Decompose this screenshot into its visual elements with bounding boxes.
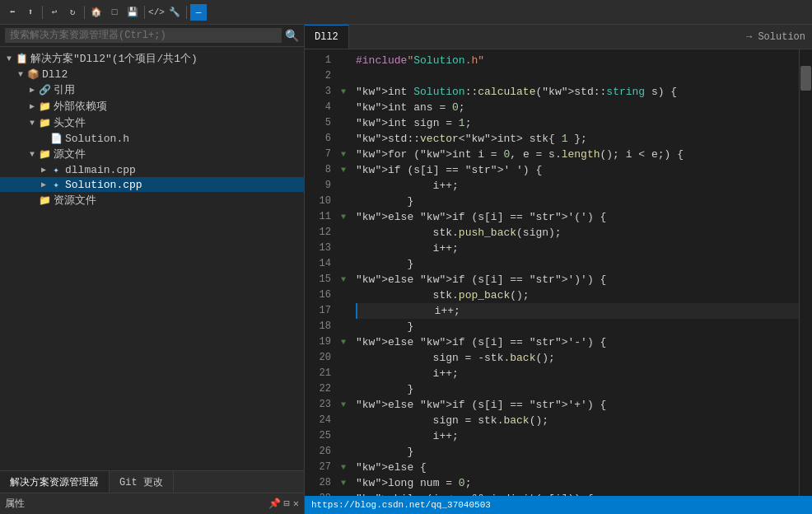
toolbar-btn-back[interactable]: ⬅ — [4, 4, 21, 21]
code-line[interactable]: i++; — [356, 428, 799, 444]
line-number: 4 — [315, 100, 331, 115]
fold-marker[interactable]: ▼ — [338, 334, 349, 350]
line-number: 24 — [315, 413, 331, 428]
code-line[interactable]: "kw">if (s[i] == "str">' ') { — [356, 162, 799, 178]
code-line[interactable]: "kw">else { — [356, 460, 799, 475]
fold-marker[interactable]: ▼ — [338, 272, 349, 287]
tree-item-refs[interactable]: ▶ 🔗 引用 — [0, 82, 304, 98]
code-line[interactable]: } — [356, 444, 799, 460]
code-line[interactable]: i++; — [356, 241, 799, 256]
tree-label-solution-cpp: Solution.cpp — [65, 179, 142, 191]
tree-arrow-dll2: ▼ — [15, 70, 26, 79]
tree-item-headers[interactable]: ▼ 📁 头文件 — [0, 114, 304, 131]
code-line[interactable]: } — [356, 319, 799, 334]
line-number: 14 — [315, 256, 331, 272]
line-number: 3 — [315, 84, 331, 100]
code-line[interactable]: } — [356, 381, 799, 397]
code-line[interactable]: #include"Solution.h" — [356, 53, 799, 68]
line-number: 23 — [315, 397, 331, 413]
toolbar-btn-save[interactable]: 💾 — [124, 4, 141, 21]
line-number: 15 — [315, 272, 331, 287]
code-line[interactable]: "kw">int sign = 1; — [356, 115, 799, 131]
code-container[interactable]: 1234567891011121314151617181920212223242… — [305, 49, 812, 496]
code-line[interactable]: } — [356, 194, 799, 209]
toolbar-btn-undo[interactable]: ↩ — [46, 4, 63, 21]
tree-item-dll2[interactable]: ▼ 📦 Dll2 — [0, 67, 304, 82]
toolbar-btn-home[interactable]: 🏠 — [88, 4, 105, 21]
toolbar-btn-settings[interactable]: 🔧 — [166, 4, 183, 21]
code-line[interactable]: stk.push_back(sign); — [356, 225, 799, 241]
pin2-icon[interactable]: ⊟ — [284, 498, 290, 510]
line-number: 25 — [315, 428, 331, 444]
code-line[interactable]: "kw">int ans = 0; — [356, 100, 799, 115]
toolbar-btn-new[interactable]: □ — [106, 4, 123, 21]
tree-item-sources[interactable]: ▼ 📁 源文件 — [0, 146, 304, 162]
tree-label-solution: 解决方案"Dll2"(1个项目/共1个) — [30, 51, 198, 66]
search-input[interactable] — [5, 28, 282, 43]
right-scroll[interactable] — [799, 49, 812, 496]
fold-marker[interactable]: ▼ — [338, 397, 349, 413]
code-line[interactable]: "kw">int Solution::calculate("kw">std::s… — [356, 84, 799, 100]
fold-marker — [338, 178, 349, 194]
code-line[interactable]: "kw">else "kw">if (s[i] == "str">')') { — [356, 272, 799, 287]
code-line[interactable]: i++; — [356, 178, 799, 194]
toolbar-btn-minimize[interactable]: — — [190, 4, 207, 21]
fold-marker[interactable]: ▼ — [338, 147, 349, 162]
line-number: 10 — [315, 194, 331, 209]
sidebar-tab-bar: 解决方案资源管理器 Git 更改 — [0, 471, 304, 493]
tree-item-external[interactable]: ▶ 📁 外部依赖项 — [0, 98, 304, 114]
tree-item-solution[interactable]: ▼ 📋 解决方案"Dll2"(1个项目/共1个) — [0, 50, 304, 67]
fold-marker[interactable]: ▼ — [338, 460, 349, 475]
fold-marker[interactable]: ▼ — [338, 475, 349, 491]
editor-area: Dll2 → Solution 123456789101112131415161… — [305, 25, 812, 514]
pin-icon[interactable]: 📌 — [268, 498, 281, 510]
solution-cpp-icon: ✦ — [49, 178, 63, 191]
toolbar-btn-up[interactable]: ⬆ — [22, 4, 39, 21]
code-line[interactable]: "kw">else "kw">if (s[i] == "str">'(') { — [356, 209, 799, 225]
code-lines[interactable]: #include"Solution.h""kw">int Solution::c… — [349, 49, 799, 496]
code-line[interactable] — [356, 68, 799, 84]
properties-label: 属性 — [5, 497, 25, 511]
code-line[interactable]: "kw">else "kw">if (s[i] == "str">'+') { — [356, 397, 799, 413]
tree-item-solution-cpp[interactable]: ▶ ✦ Solution.cpp — [0, 177, 304, 192]
toolbar-btn-code[interactable]: </> — [148, 4, 165, 21]
tree-item-solution-h[interactable]: 📄 Solution.h — [0, 131, 304, 146]
tree-label-solution-h: Solution.h — [65, 133, 129, 145]
fold-marker — [338, 350, 349, 366]
code-line[interactable]: sign = stk.back(); — [356, 413, 799, 428]
toolbar-btn-redo[interactable]: ↻ — [64, 4, 81, 21]
tab-git-changes[interactable]: Git 更改 — [110, 471, 174, 493]
code-line[interactable]: sign = -stk.back(); — [356, 350, 799, 366]
editor-tab-dll2[interactable]: Dll2 — [305, 25, 349, 49]
fold-marker[interactable]: ▼ — [338, 84, 349, 100]
fold-marker — [338, 131, 349, 147]
code-line[interactable]: "kw">for ("kw">int i = 0, e = s.length()… — [356, 147, 799, 162]
properties-buttons: 📌 ⊟ ✕ — [268, 498, 299, 510]
close-icon[interactable]: ✕ — [293, 498, 299, 510]
code-line[interactable]: } — [356, 256, 799, 272]
tree-item-resources[interactable]: 📁 资源文件 — [0, 192, 304, 208]
line-number: 26 — [315, 444, 331, 460]
fold-marker — [338, 53, 349, 68]
code-line[interactable]: stk.pop_back(); — [356, 287, 799, 303]
code-line[interactable]: "kw">long num = 0; — [356, 475, 799, 491]
code-line[interactable]: "kw">else "kw">if (s[i] == "str">'-') { — [356, 334, 799, 350]
fold-marker[interactable]: ▼ — [338, 209, 349, 225]
code-line[interactable]: i++; — [356, 366, 799, 381]
tree-arrow-headers: ▼ — [26, 119, 38, 128]
tab-solution-explorer[interactable]: 解决方案资源管理器 — [0, 471, 110, 493]
line-number: 11 — [315, 209, 331, 225]
tree-arrow-sources: ▼ — [26, 150, 38, 159]
resources-icon: 📁 — [38, 194, 51, 207]
fold-marker — [338, 413, 349, 428]
search-icon[interactable]: 🔍 — [285, 29, 299, 43]
code-line[interactable]: i++; — [356, 303, 799, 319]
fold-marker[interactable]: ▼ — [338, 162, 349, 178]
code-line[interactable]: "kw">std::vector<"kw">int> stk{ 1 }; — [356, 131, 799, 147]
line-number: 20 — [315, 350, 331, 366]
tree-label-dll2: Dll2 — [42, 68, 68, 81]
headers-icon: 📁 — [38, 116, 51, 129]
main-container: 🔍 ▼ 📋 解决方案"Dll2"(1个项目/共1个) ▼ 📦 Dll2 ▶ 🔗 … — [0, 25, 812, 514]
tree-item-dllmain[interactable]: ▶ ✦ dllmain.cpp — [0, 162, 304, 177]
tree-label-external: 外部依赖项 — [54, 99, 107, 114]
